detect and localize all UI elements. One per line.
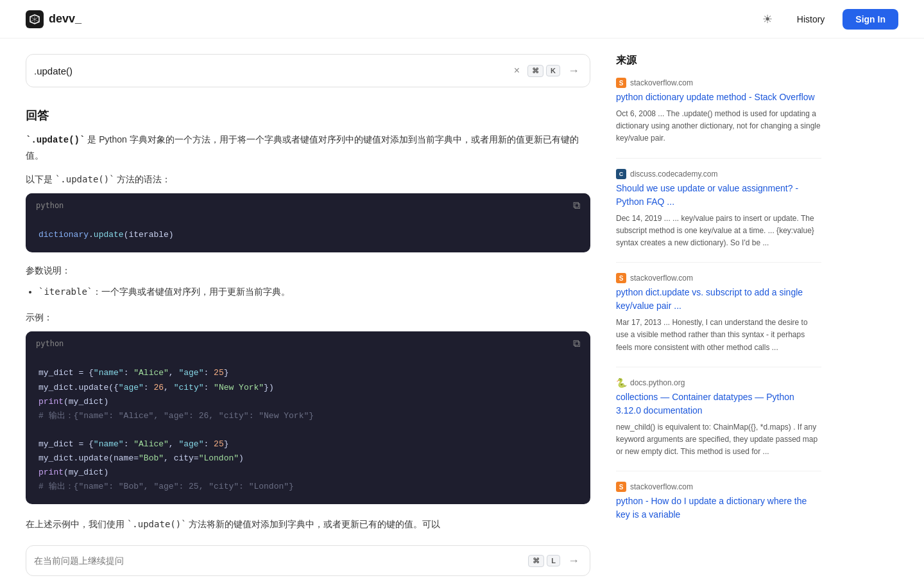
source-domain-2: C discuss.codecademy.com [616,169,821,179]
update-inline-code: `.update()` [55,174,115,184]
kbd-meta: ⌘ [527,65,543,77]
keyboard-shortcut: ⌘ K [527,65,560,77]
code-block-1: python ⧉ dictionary.update(iterable) [26,193,590,252]
sources-title: 来源 [616,54,821,67]
code-block-2-header: python ⧉ [26,331,590,356]
signin-button[interactable]: Sign In [843,9,898,30]
source-divider-1 [616,158,821,159]
source-snippet-3: Mar 17, 2013 ... Honestly, I can underst… [616,317,821,354]
source-divider-2 [616,262,821,263]
source-item-4: 🐍 docs.python.org collections — Containe… [616,378,821,459]
code-lang-1: python [36,201,64,210]
followup-bar: ⌘ L → [26,545,590,576]
search-go-button[interactable]: → [565,62,582,80]
clear-icon: × [514,65,520,76]
update-note-code: `.update()` [127,519,187,529]
code-content-1: dictionary.update(iterable) [26,218,590,252]
ca-favicon-2: C [616,169,626,179]
source-snippet-2: Dec 14, 2019 ... ... key/value pairs to … [616,213,821,250]
param-list: `iterable`：一个字典或者键值对序列，用于更新当前字典。 [26,285,590,300]
history-button[interactable]: History [789,9,833,30]
right-panel: 来源 S stackoverflow.com python dictionary… [616,54,821,578]
source-divider-3 [616,367,821,367]
source-link-2[interactable]: Should we use update or value assignment… [616,182,821,209]
copy-button-1[interactable]: ⧉ [573,200,580,211]
theme-toggle-button[interactable]: ☀ [756,8,779,31]
source-domain-text-2: discuss.codecademy.com [630,170,718,179]
source-item-1: S stackoverflow.com python dictionary up… [616,78,821,145]
answer-section: 回答 `.update()` 是 Python 字典对象的一个方法，用于将一个字… [26,108,590,578]
search-clear-button[interactable]: × [511,62,522,79]
source-link-1[interactable]: python dictionary update method - Stack … [616,91,821,104]
answer-intro: `.update()` 是 Python 字典对象的一个方法，用于将一个字典或者… [26,132,590,164]
copy-button-2[interactable]: ⧉ [573,338,580,349]
py-favicon-4: 🐍 [616,378,626,388]
followup-input[interactable] [34,556,523,566]
source-link-3[interactable]: python dict.update vs. subscript to add … [616,286,821,313]
source-link-5[interactable]: python - How do I update a dictionary wh… [616,495,821,521]
source-domain-4: 🐍 docs.python.org [616,378,821,388]
search-input[interactable] [34,66,506,76]
syntax-label: 以下是 `.update()` 方法的语法： [26,174,590,186]
code-block-1-header: python ⧉ [26,193,590,218]
sun-icon: ☀ [762,12,773,26]
followup-kbd-group: ⌘ L [528,555,560,567]
code-content-2: my_dict = {"name": "Alice", "age": 25} m… [26,356,590,504]
kbd-k: K [546,65,560,76]
followup-kbd-meta: ⌘ [528,555,544,567]
logo-text: devv_ [49,12,81,26]
example-label: 示例： [26,312,590,324]
bottom-note-1: 在上述示例中，我们使用 `.update()` 方法将新的键值对添加到字典中，或… [26,517,590,532]
source-divider-4 [616,471,821,471]
followup-arrow-icon: → [568,554,579,567]
so-favicon-5: S [616,482,626,492]
code-lang-2: python [36,339,64,348]
so-favicon-3: S [616,273,626,283]
header: devv_ ☀ History Sign In [0,0,924,39]
arrow-right-icon: → [568,64,579,77]
source-domain-1: S stackoverflow.com [616,78,821,88]
header-right: ☀ History Sign In [756,8,898,31]
params-label: 参数说明： [26,265,590,277]
main-content: × ⌘ K → 回答 `.update()` 是 Python 字典对象的一个方… [0,54,924,578]
param-item: `iterable`：一个字典或者键值对序列，用于更新当前字典。 [38,285,590,300]
search-bar: × ⌘ K → [26,54,590,87]
left-panel: × ⌘ K → 回答 `.update()` 是 Python 字典对象的一个方… [26,54,590,578]
source-item-3: S stackoverflow.com python dict.update v… [616,273,821,354]
param-code: `iterable` [38,286,92,297]
followup-go-button[interactable]: → [565,552,582,570]
source-link-4[interactable]: collections — Container datatypes — Pyth… [616,390,821,417]
source-domain-3: S stackoverflow.com [616,273,821,283]
update-method-code: `.update()` [26,135,85,145]
source-domain-5: S stackoverflow.com [616,482,821,492]
source-snippet-1: Oct 6, 2008 ... The .update() method is … [616,108,821,145]
source-item-5: S stackoverflow.com python - How do I up… [616,482,821,521]
source-domain-text-5: stackoverflow.com [630,482,693,491]
source-domain-text-4: docs.python.org [630,378,685,387]
so-favicon-1: S [616,78,626,88]
source-item-2: C discuss.codecademy.com Should we use u… [616,169,821,250]
logo-icon [26,10,44,28]
answer-title: 回答 [26,108,590,123]
source-snippet-4: new_child() is equivalent to: ChainMap({… [616,421,821,459]
logo: devv_ [26,10,81,28]
followup-kbd-l: L [547,555,560,566]
source-domain-text-3: stackoverflow.com [630,274,693,283]
code-block-2: python ⧉ my_dict = {"name": "Alice", "ag… [26,331,590,504]
source-domain-text-1: stackoverflow.com [630,78,693,87]
